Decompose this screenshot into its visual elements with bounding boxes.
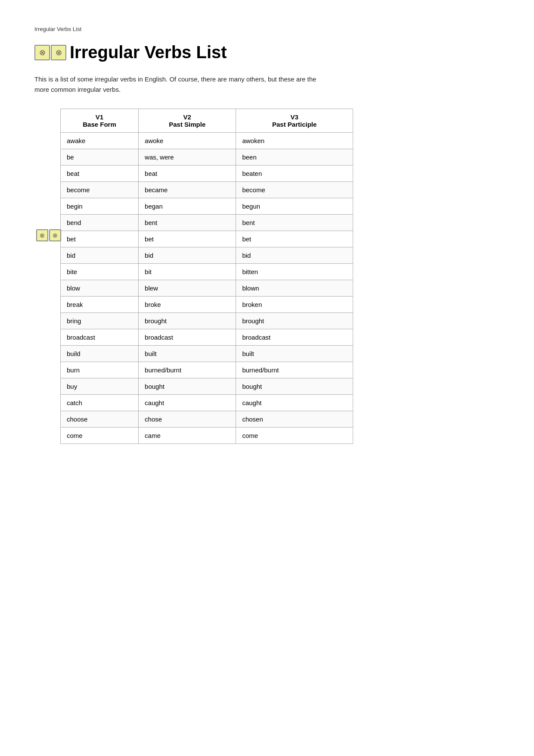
cell-v3: caught [236,395,353,411]
cell-v3: become [236,182,353,198]
table-row: broadcastbroadcastbroadcast [61,329,353,346]
table-row: bitebitbitten [61,264,353,280]
cell-v1: become [61,182,139,198]
cell-v2: caught [139,395,236,411]
cell-v3: chosen [236,411,353,428]
cell-v3: blown [236,280,353,297]
cell-v2: built [139,346,236,362]
cell-v1: bet [61,231,139,247]
side-icon-1: ⊗ [36,229,48,241]
cell-v3: begun [236,198,353,215]
cell-v2: awoke [139,133,236,149]
cell-v1: build [61,346,139,362]
page-description: This is a list of some irregular verbs i… [34,74,327,95]
table-row: burnburned/burntburned/burnt [61,362,353,378]
cell-v2: bet [139,231,236,247]
cell-v1: begin [61,198,139,215]
cell-v1: blow [61,280,139,297]
cell-v3: bitten [236,264,353,280]
cell-v1: choose [61,411,139,428]
cell-v3: beaten [236,166,353,182]
cell-v2: became [139,182,236,198]
cell-v3: broken [236,297,353,313]
table-row: breakbrokebroken [61,297,353,313]
cell-v3: brought [236,313,353,329]
cell-v3: bought [236,378,353,395]
cell-v3: bet [236,231,353,247]
page-title: Irregular Verbs List [70,43,227,62]
cell-v1: bend [61,215,139,231]
cell-v3: built [236,346,353,362]
cell-v3: been [236,149,353,166]
cell-v2: bought [139,378,236,395]
cell-v1: be [61,149,139,166]
cell-v3: awoken [236,133,353,149]
table-row: becomebecamebecome [61,182,353,198]
title-icon-2: ⊗ [51,45,66,60]
table-row: choosechosechosen [61,411,353,428]
cell-v1: bite [61,264,139,280]
table-row: awakeawokeawoken [61,133,353,149]
table-row: beginbeganbegun [61,198,353,215]
cell-v2: bent [139,215,236,231]
table-row: buyboughtbought [61,378,353,395]
title-icon-1: ⊗ [34,45,50,60]
cell-v1: buy [61,378,139,395]
cell-v3: burned/burnt [236,362,353,378]
table-row: beatbeatbeaten [61,166,353,182]
cell-v2: chose [139,411,236,428]
side-icon-2: ⊗ [49,229,61,241]
cell-v2: bit [139,264,236,280]
table-header-row: V1Base Form V2Past Simple V3Past Partici… [61,109,353,133]
cell-v1: burn [61,362,139,378]
table-row: comecamecome [61,428,353,444]
cell-v2: came [139,428,236,444]
header-v1: V1Base Form [61,109,139,133]
cell-v1: bring [61,313,139,329]
cell-v1: beat [61,166,139,182]
breadcrumb: Irregular Verbs List [34,26,500,32]
table-row: bringbroughtbrought [61,313,353,329]
cell-v1: bid [61,247,139,264]
cell-v2: blew [139,280,236,297]
cell-v2: broadcast [139,329,236,346]
cell-v1: awake [61,133,139,149]
title-icons: ⊗ ⊗ [34,45,66,60]
table-row: betbetbet [61,231,353,247]
cell-v2: bid [139,247,236,264]
cell-v1: broadcast [61,329,139,346]
header-v3: V3Past Participle [236,109,353,133]
table-row: blowblewblown [61,280,353,297]
cell-v3: bid [236,247,353,264]
table-container: ⊗ ⊗ V1Base Form V2Past Simple V3Past Par… [60,109,500,444]
cell-v3: come [236,428,353,444]
cell-v2: brought [139,313,236,329]
table-row: buildbuiltbuilt [61,346,353,362]
cell-v3: bent [236,215,353,231]
table-row: catchcaughtcaught [61,395,353,411]
side-icons: ⊗ ⊗ [36,229,61,241]
cell-v1: catch [61,395,139,411]
cell-v1: break [61,297,139,313]
table-row: bendbentbent [61,215,353,231]
verbs-table: V1Base Form V2Past Simple V3Past Partici… [60,109,353,444]
cell-v2: burned/burnt [139,362,236,378]
cell-v2: was, were [139,149,236,166]
cell-v1: come [61,428,139,444]
cell-v2: broke [139,297,236,313]
cell-v2: began [139,198,236,215]
cell-v3: broadcast [236,329,353,346]
table-row: bewas, werebeen [61,149,353,166]
table-row: bidbidbid [61,247,353,264]
cell-v2: beat [139,166,236,182]
header-v2: V2Past Simple [139,109,236,133]
